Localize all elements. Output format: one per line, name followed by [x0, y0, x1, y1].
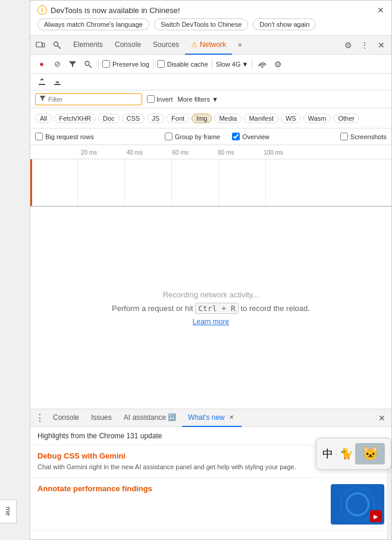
timeline-area[interactable]	[30, 159, 391, 207]
type-filter-doc[interactable]: Doc	[98, 114, 120, 123]
filter-toggle-button[interactable]	[66, 58, 79, 71]
disable-cache-label[interactable]: Disable cache	[157, 60, 208, 68]
tab-more[interactable]: »	[232, 36, 248, 55]
tab-right-icons: ⚙ ⋮ ✕	[340, 37, 389, 53]
network-conditions-icon[interactable]	[256, 58, 269, 71]
timeline-tick: 80 ms	[218, 149, 234, 155]
disable-cache-checkbox[interactable]	[157, 60, 165, 68]
type-filter-css[interactable]: CSS	[122, 114, 145, 123]
warning-icon: ⚠	[191, 40, 197, 49]
type-filter-other[interactable]: Other	[333, 114, 359, 123]
type-filter-fetch-xhr[interactable]: Fetch/XHR	[54, 114, 96, 123]
screenshots-checkbox[interactable]	[340, 133, 348, 140]
more-options-icon[interactable]: ⋮	[357, 37, 372, 53]
throttle-select[interactable]: Slow 4G ▼	[216, 61, 248, 68]
bottom-tab-ai-assist[interactable]: AI assistance 🔣	[118, 409, 182, 427]
more-filters-dropdown-icon: ▼	[212, 96, 218, 103]
overview-checkbox[interactable]	[232, 133, 240, 140]
type-filter-img[interactable]: Img	[192, 114, 212, 123]
article-annotate-thumb: ▶	[331, 484, 384, 525]
type-filter-wasm[interactable]: Wasm	[303, 114, 331, 123]
bottom-panel: ⋮ Console Issues AI assistance 🔣 What's …	[30, 409, 391, 539]
type-filter-ws[interactable]: WS	[281, 114, 301, 123]
bottom-tab-whats-new[interactable]: What's new ✕	[182, 409, 242, 427]
inspect-icon[interactable]	[49, 37, 65, 53]
bottom-content: Highlights from the Chrome 131 update 中 …	[30, 427, 391, 539]
group-by-frame-checkbox[interactable]	[165, 133, 173, 140]
invert-checkbox[interactable]	[147, 95, 155, 103]
svg-line-3	[58, 46, 61, 49]
translation-popup: 中 · 🐈 🐱	[316, 438, 391, 470]
svg-point-4	[85, 61, 89, 65]
preserve-log-label[interactable]: Preserve log	[102, 60, 149, 68]
timeline-grid	[30, 159, 391, 206]
tab-sources[interactable]: Sources	[147, 36, 185, 55]
more-filters-button[interactable]: More filters ▼	[178, 96, 218, 103]
network-toolbar: ● ⊘ Preserve log Disable cache Slow 4G ▼	[30, 55, 391, 74]
notification-title: i DevTools is now available in Chinese! …	[37, 5, 384, 15]
big-request-rows-label[interactable]: Big request rows	[35, 133, 94, 140]
type-filter-manifest[interactable]: Manifest	[244, 114, 278, 123]
timeline-tick: 100 ms	[264, 149, 283, 155]
options-row: Big request rows Group by frame Overview…	[30, 128, 391, 145]
tab-network[interactable]: ⚠ Network	[185, 36, 232, 55]
timeline-tick: 40 ms	[127, 149, 143, 155]
bottom-tab-issues[interactable]: Issues	[85, 409, 118, 427]
filter-input[interactable]	[48, 96, 138, 103]
top-tab-bar: Elements Console Sources ⚠ Network » ⚙ ⋮…	[30, 36, 391, 55]
preserve-log-checkbox[interactable]	[102, 60, 110, 68]
learn-more-link[interactable]: Learn more	[193, 318, 229, 326]
group-by-frame-label[interactable]: Group by frame	[165, 133, 220, 140]
settings-icon[interactable]: ⚙	[340, 37, 356, 53]
devtools-panel: i DevTools is now available in Chinese! …	[30, 0, 392, 540]
network-settings-icon[interactable]: ⚙	[271, 58, 284, 71]
filter-input-wrap[interactable]	[35, 93, 142, 105]
type-filter-all[interactable]: All	[35, 114, 52, 123]
screenshots-label[interactable]: Screenshots	[340, 133, 387, 140]
translation-cat-icon: 🐈	[340, 447, 353, 460]
translation-dot: ·	[335, 450, 337, 458]
notification-text: DevTools is now available in Chinese!	[51, 6, 180, 15]
toolbar-separator3	[212, 59, 212, 70]
overview-label[interactable]: Overview	[232, 133, 269, 140]
bottom-tab-console[interactable]: Console	[47, 409, 85, 427]
toolbar-separator	[98, 59, 99, 70]
tab-elements[interactable]: Elements	[67, 36, 109, 55]
clear-button[interactable]: ⊘	[51, 58, 64, 71]
notification-close-icon[interactable]: ✕	[377, 5, 384, 15]
match-language-button[interactable]: Always match Chrome's language	[37, 18, 149, 30]
whats-new-close-icon[interactable]: ✕	[227, 413, 236, 422]
translation-char1: 中	[322, 447, 333, 461]
svg-rect-1	[42, 43, 45, 47]
type-filter-js[interactable]: JS	[147, 114, 164, 123]
dont-show-again-button[interactable]: Don't show again	[253, 18, 316, 30]
tab-console[interactable]: Console	[109, 36, 147, 55]
empty-state: Recording network activity... Perform a …	[30, 207, 391, 409]
device-toggle-icon[interactable]	[33, 37, 48, 53]
search-button[interactable]	[81, 58, 95, 71]
bottom-tab-bar: ⋮ Console Issues AI assistance 🔣 What's …	[30, 409, 391, 427]
recording-status: Recording network activity...	[163, 290, 259, 299]
invert-label[interactable]: Invert	[147, 95, 173, 103]
download-har-button[interactable]	[51, 76, 64, 89]
article-annotate-row: Annotate performance findings ▶	[37, 484, 384, 525]
record-button[interactable]: ●	[35, 58, 48, 71]
network-toolbar2	[30, 74, 391, 90]
bottom-panel-close-icon[interactable]: ✕	[375, 411, 389, 425]
filter-bar: Invert More filters ▼	[30, 90, 391, 108]
article-annotate-title: Annotate performance findings	[37, 484, 325, 493]
type-filter-media[interactable]: Media	[214, 114, 242, 123]
timeline-grid-line	[218, 159, 219, 206]
info-icon: i	[37, 5, 47, 15]
timeline-tick: 60 ms	[172, 149, 188, 155]
big-request-rows-checkbox[interactable]	[35, 133, 43, 140]
throttle-dropdown-icon: ▼	[242, 61, 248, 68]
svg-rect-7	[54, 84, 61, 85]
side-tab[interactable]: me	[0, 500, 17, 523]
bottom-tab-more-icon[interactable]: ⋮	[33, 411, 47, 425]
close-devtools-icon[interactable]: ✕	[374, 37, 389, 53]
switch-to-chinese-button[interactable]: Switch DevTools to Chinese	[154, 18, 248, 30]
upload-har-button[interactable]	[35, 76, 48, 89]
type-filter-font[interactable]: Font	[167, 114, 189, 123]
notification-bar: i DevTools is now available in Chinese! …	[30, 1, 391, 36]
